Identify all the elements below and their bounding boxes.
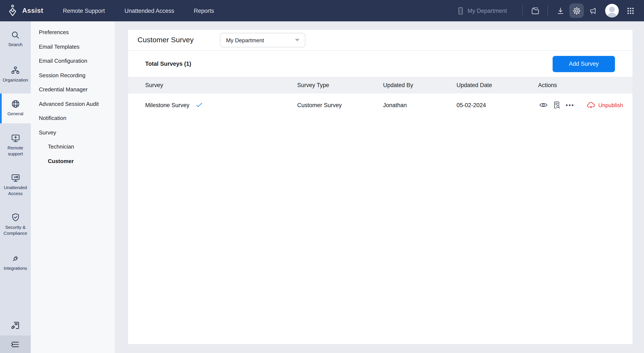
add-survey-button[interactable]: Add Survey [552, 56, 615, 72]
department-label: My Department [468, 7, 507, 14]
rail-label: Unattended Access [1, 185, 30, 197]
more-actions-button[interactable] [564, 100, 575, 110]
settings-menu: Preferences Email Templates Email Config… [31, 21, 115, 168]
rail-item-general[interactable]: General [0, 94, 31, 123]
globe-icon [10, 99, 20, 109]
note-pencil-icon [10, 321, 20, 330]
eye-icon [539, 102, 547, 108]
left-rail: Search Organization General R [0, 21, 31, 353]
ellipsis-icon [566, 104, 574, 106]
rail-item-search[interactable]: Search [0, 26, 31, 51]
top-nav: Remote Support Unattended Access Reports [63, 7, 214, 14]
divider [522, 5, 523, 16]
cell-updated-date: 05-02-2024 [456, 102, 538, 108]
nav-remote-support[interactable]: Remote Support [63, 7, 105, 14]
menu-item-preferences[interactable]: Preferences [31, 25, 115, 39]
col-updated-by: Updated By [383, 82, 456, 88]
published-check-icon [196, 102, 202, 108]
menu-item-credential-manager[interactable]: Credential Manager [31, 82, 115, 97]
cell-actions: Unpublish [538, 100, 624, 110]
rail-item-remote-support[interactable]: Remote support [0, 129, 31, 161]
rail-label: Search [8, 42, 23, 48]
divider [548, 5, 548, 16]
collapse-rail-button[interactable] [0, 336, 31, 353]
menu-item-email-configuration[interactable]: Email Configuration [31, 54, 115, 68]
cell-survey: Milestone Survey [145, 102, 297, 108]
settings-sidebar: Preferences Email Templates Email Config… [31, 21, 115, 353]
col-survey: Survey [145, 82, 297, 88]
cell-survey-type: Customer Survey [297, 102, 383, 108]
rail-label: Integrations [4, 266, 27, 271]
menu-item-notification[interactable]: Notification [31, 111, 115, 125]
monitor-key-icon [10, 173, 20, 183]
feedback-button[interactable] [0, 321, 31, 330]
department-switcher[interactable]: My Department [457, 6, 516, 15]
shield-check-icon [10, 213, 20, 223]
table-toolbar: Total Surveys (1) Add Survey [128, 51, 632, 77]
assist-logo-icon [7, 4, 18, 17]
cloud-x-icon [587, 101, 595, 109]
content-card: Customer Survey My Department Total Surv… [128, 30, 632, 344]
col-survey-type: Survey Type [297, 82, 383, 88]
unpublish-label: Unpublish [598, 102, 623, 108]
plug-icon [10, 254, 20, 263]
rail-label: General [8, 111, 24, 117]
search-icon [11, 30, 20, 40]
menu-item-customer[interactable]: Customer [31, 154, 115, 168]
announcements-button[interactable] [586, 4, 599, 17]
download-button[interactable] [554, 4, 567, 17]
cell-updated-by: Jonathan [383, 102, 456, 108]
rail-item-organization[interactable]: Organization [0, 62, 31, 87]
col-actions: Actions [538, 82, 624, 88]
total-surveys-label: Total Surveys (1) [145, 61, 191, 67]
table-row: Milestone Survey Customer Survey Jonatha… [128, 93, 632, 116]
monitor-plus-icon [10, 133, 20, 143]
rail-item-integrations[interactable]: Integrations [0, 250, 31, 275]
person-silhouette-icon [605, 5, 619, 17]
document-search-icon [553, 101, 560, 109]
menu-item-survey[interactable]: Survey [31, 125, 115, 140]
main-area: Customer Survey My Department Total Surv… [115, 21, 644, 353]
page-title: Customer Survey [138, 36, 194, 44]
app-root: Assist Remote Support Unattended Access … [0, 0, 644, 353]
settings-button[interactable] [569, 3, 584, 18]
gear-icon [572, 6, 580, 15]
rail-label: Security & Compliance [1, 225, 30, 237]
brand[interactable]: Assist [0, 4, 43, 17]
rail-item-security-compliance[interactable]: Security & Compliance [0, 209, 31, 240]
col-updated-date: Updated Date [456, 82, 538, 88]
brand-name: Assist [22, 7, 43, 14]
rail-item-unattended-access[interactable]: Unattended Access [0, 169, 31, 200]
menu-item-advanced-session-audit[interactable]: Advanced Session Audit [31, 97, 115, 111]
rail-label: Remote support [1, 145, 30, 157]
chevron-down-icon [295, 39, 300, 41]
unpublish-button[interactable]: Unpublish [587, 101, 623, 109]
top-bar: Assist Remote Support Unattended Access … [0, 0, 644, 21]
survey-report-button[interactable] [551, 100, 562, 110]
rail-label: Organization [2, 77, 28, 83]
menu-item-technician[interactable]: Technician [31, 140, 115, 154]
menu-item-session-recording[interactable]: Session Recording [31, 68, 115, 82]
department-icon [457, 6, 464, 15]
preview-button[interactable] [538, 100, 548, 110]
survey-name: Milestone Survey [145, 102, 190, 108]
menu-item-email-templates[interactable]: Email Templates [31, 39, 115, 54]
department-filter-value: My Department [226, 37, 264, 43]
department-filter-dropdown[interactable]: My Department [220, 33, 306, 47]
nav-reports[interactable]: Reports [194, 7, 214, 14]
top-bar-right: My Department [457, 3, 644, 18]
nav-unattended-access[interactable]: Unattended Access [124, 7, 174, 14]
user-avatar[interactable] [605, 4, 619, 17]
table-header: Survey Survey Type Updated By Updated Da… [128, 77, 632, 93]
app-switcher-button[interactable] [624, 4, 637, 17]
files-button[interactable] [529, 4, 542, 17]
card-header: Customer Survey My Department [128, 30, 632, 51]
collapse-icon [10, 340, 20, 349]
org-chart-icon [11, 65, 20, 75]
